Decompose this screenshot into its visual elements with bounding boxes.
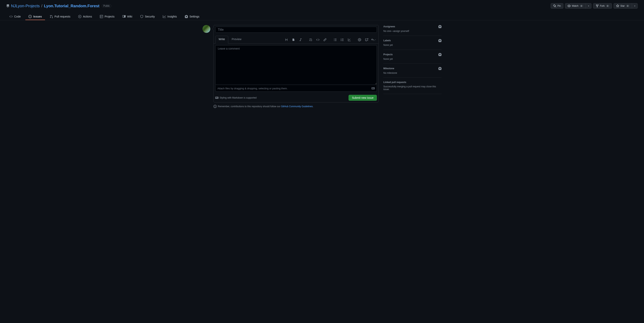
fork-count: 0: [606, 5, 610, 7]
italic-button[interactable]: [298, 37, 304, 43]
link-icon: [324, 38, 326, 41]
link-button[interactable]: [322, 37, 328, 43]
book-icon: [122, 15, 126, 18]
unordered-list-button[interactable]: [332, 37, 338, 43]
tab-projects[interactable]: Projects: [97, 13, 118, 20]
shield-icon: [140, 15, 143, 18]
assign-yourself-link[interactable]: No one—assign yourself: [383, 30, 442, 33]
tab-insights-label: Insights: [168, 15, 177, 18]
submit-button[interactable]: Submit new issue: [348, 95, 377, 101]
tab-pull-requests[interactable]: Pull requests: [46, 13, 74, 20]
star-dropdown[interactable]: [632, 3, 638, 9]
owner-link[interactable]: NJLyon-Projects: [11, 4, 40, 8]
tab-code-label: Code: [14, 15, 21, 18]
tab-insights[interactable]: Insights: [160, 13, 180, 20]
path-separator: /: [41, 4, 42, 8]
ordered-list-button[interactable]: [339, 37, 346, 43]
tasklist-button[interactable]: [346, 37, 352, 43]
repo-icon: [6, 4, 10, 8]
notice-suffix: .: [313, 105, 313, 108]
md-support-text: Styling with Markdown is supported: [220, 96, 256, 99]
saved-reply-button[interactable]: [370, 37, 377, 43]
tab-actions-label: Actions: [83, 15, 92, 18]
watch-count: 0: [580, 5, 583, 7]
triangle-down-icon: [375, 39, 376, 41]
fork-label: Fork: [600, 5, 605, 7]
star-icon: [616, 4, 619, 8]
code-icon: [316, 38, 320, 41]
tab-settings-label: Settings: [190, 15, 200, 18]
tab-wiki[interactable]: Wiki: [119, 13, 136, 20]
attach-bar[interactable]: Attach files by dragging & dropping, sel…: [215, 85, 377, 92]
tab-settings[interactable]: Settings: [182, 13, 203, 20]
markdown-icon: [372, 87, 375, 90]
fork-icon: [596, 4, 599, 8]
preview-tab[interactable]: Preview: [228, 36, 245, 44]
pin-icon: [553, 4, 556, 8]
list-unordered-icon: [334, 38, 337, 41]
avatar[interactable]: [202, 25, 210, 33]
attach-hint: Attach files by dragging & dropping, sel…: [218, 87, 288, 90]
assignees-title: Assignees: [383, 25, 395, 28]
projects-title: Projects: [383, 53, 392, 56]
gear-icon[interactable]: [438, 39, 442, 42]
notice: Remember, contributions to this reposito…: [214, 105, 378, 108]
tab-code[interactable]: Code: [6, 13, 24, 20]
table-icon: [100, 15, 103, 18]
watch-dropdown[interactable]: [586, 3, 592, 9]
linked-prs-header: Linked pull requests: [383, 81, 442, 84]
play-icon: [78, 15, 82, 18]
tab-issues-label: Issues: [33, 15, 42, 18]
tab-issues[interactable]: Issues: [25, 13, 45, 20]
guidelines-link[interactable]: GitHub Community Guidelines: [281, 105, 313, 108]
heading-button[interactable]: [283, 37, 290, 43]
cross-reference-icon: [365, 38, 368, 41]
mention-icon: [358, 38, 361, 41]
info-icon: [214, 105, 217, 108]
fork-button[interactable]: Fork 0: [593, 3, 612, 9]
mention-button[interactable]: [356, 37, 363, 43]
milestone-title: Milestone: [383, 67, 394, 70]
code-button[interactable]: [315, 37, 321, 43]
tab-security-label: Security: [145, 15, 155, 18]
code-icon: [10, 15, 12, 18]
quote-button[interactable]: [308, 37, 314, 43]
markdown-support[interactable]: Styling with Markdown is supported: [215, 96, 256, 99]
gear-icon[interactable]: [438, 67, 442, 70]
write-tab[interactable]: Write: [215, 36, 228, 44]
watch-button[interactable]: Watch 0: [565, 3, 586, 9]
projects-header[interactable]: Projects: [383, 53, 442, 56]
tasklist-icon: [348, 38, 351, 41]
star-count: 0: [626, 5, 630, 7]
pin-label: Pin: [558, 5, 561, 7]
notice-prefix: Remember, contributions to this reposito…: [218, 105, 281, 108]
pull-request-icon: [50, 15, 53, 18]
title-input[interactable]: [215, 27, 377, 33]
cross-reference-button[interactable]: [364, 37, 370, 43]
gear-icon[interactable]: [438, 53, 442, 56]
assignees-header[interactable]: Assignees: [383, 25, 442, 28]
labels-header[interactable]: Labels: [383, 39, 442, 42]
projects-value: None yet: [383, 58, 442, 60]
tab-actions[interactable]: Actions: [75, 13, 95, 20]
issue-icon: [28, 15, 32, 18]
milestone-header[interactable]: Milestone: [383, 67, 442, 70]
quote-icon: [309, 38, 312, 41]
pin-button[interactable]: Pin: [550, 3, 564, 9]
milestone-value: No milestone: [383, 72, 442, 74]
heading-icon: [285, 38, 288, 41]
comment-textarea[interactable]: [215, 45, 377, 85]
linked-prs-title: Linked pull requests: [383, 81, 406, 84]
markdown-icon: [215, 96, 218, 99]
italic-icon: [299, 38, 302, 41]
star-button[interactable]: Star 0: [614, 3, 632, 9]
tab-wiki-label: Wiki: [127, 15, 132, 18]
bold-icon: [292, 38, 295, 41]
repo-link[interactable]: Lyon.Tutorial_Random.Forest: [44, 4, 100, 8]
tab-security[interactable]: Security: [137, 13, 158, 20]
reply-icon: [371, 38, 374, 41]
tab-pr-label: Pull requests: [54, 15, 70, 18]
bold-button[interactable]: [290, 37, 297, 43]
linked-prs-value: Successfully merging a pull request may …: [383, 85, 442, 91]
gear-icon[interactable]: [438, 25, 442, 28]
